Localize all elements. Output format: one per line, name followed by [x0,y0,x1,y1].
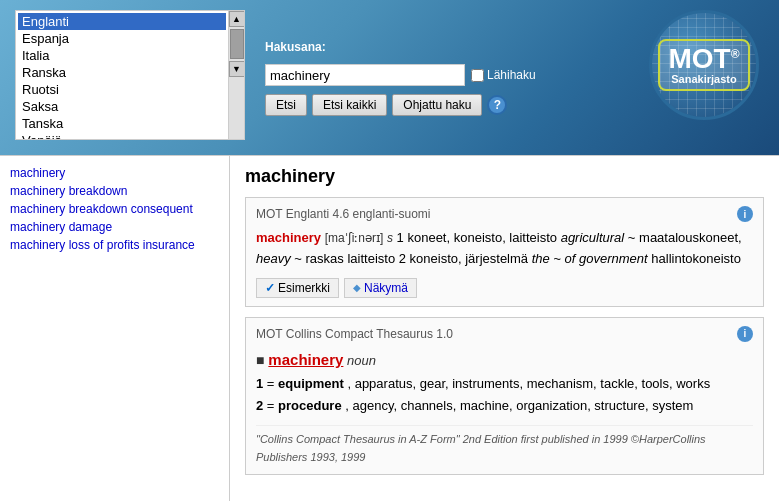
scroll-down-arrow[interactable]: ▼ [229,61,245,77]
mot-text-box: MOT® Sanakirjasto [658,39,749,91]
info-icon-1[interactable]: i [737,206,753,222]
header: EnglantiEspanjaItaliaRanskaRuotsiSaksaTa… [0,0,779,155]
language-item-englanti[interactable]: Englanti [18,13,226,30]
dict-section-thesaurus: MOT Collins Compact Thesaurus 1.0 i ■ ma… [245,317,764,476]
dict-section-englanti: MOT Englanti 4.6 englanti-suomi i machin… [245,197,764,307]
dict-content-1: machinery [maˈʃiːnərɪ] s 1 koneet, konei… [256,228,753,270]
scroll-thumb[interactable] [230,29,244,59]
language-item-ruotsi[interactable]: Ruotsi [18,81,226,98]
mot-globe: MOT® Sanakirjasto [649,10,759,120]
mot-logo: MOT® Sanakirjasto [649,10,769,130]
ohjattu-haku-button[interactable]: Ohjattu haku [392,94,482,116]
suggestion-link[interactable]: machinery loss of profits insurance [5,236,224,254]
diamond-icon: ◆ [353,282,361,293]
def-line-2: 2 = procedure , agency, channels, machin… [256,396,753,417]
search-row: Lähihaku [265,64,536,86]
info-icon-2[interactable]: i [737,326,753,342]
pronunciation-1: [maˈʃiːnərɪ] [325,231,384,245]
main-area: machinerymachinery breakdownmachinery br… [0,155,779,501]
language-item-venäjä[interactable]: Venäjä [18,132,226,139]
lahihaku-checkbox[interactable] [471,69,484,82]
language-item-tanska[interactable]: Tanska [18,115,226,132]
dict-content-2: ■ machinery noun 1 = equipment , apparat… [256,348,753,467]
language-scrollbar: ▲ ▼ [228,11,244,139]
help-icon[interactable]: ? [487,95,507,115]
suggestion-link[interactable]: machinery damage [5,218,224,236]
mot-subtitle: Sanakirjasto [668,73,739,85]
language-select-container: EnglantiEspanjaItaliaRanskaRuotsiSaksaTa… [15,10,245,140]
search-label: Hakusana: [265,40,536,54]
search-area: Hakusana: Lähihaku Etsi Etsi kaikki Ohja… [265,10,536,116]
scroll-up-arrow[interactable]: ▲ [229,11,245,27]
suggestion-link[interactable]: machinery breakdown consequent [5,200,224,218]
button-row: Etsi Etsi kaikki Ohjattu haku ? [265,94,536,116]
language-item-saksa[interactable]: Saksa [18,98,226,115]
lahihaku-label[interactable]: Lähihaku [471,68,536,82]
entry-title: machinery [245,166,764,187]
language-item-espanja[interactable]: Espanja [18,30,226,47]
checkmark-icon: ✓ [265,281,275,295]
dict-section-header-1: MOT Englanti 4.6 englanti-suomi i [256,206,753,222]
language-item-ranska[interactable]: Ranska [18,64,226,81]
dict-section-header-2: MOT Collins Compact Thesaurus 1.0 i [256,326,753,342]
suggestion-link[interactable]: machinery [5,164,224,182]
left-panel[interactable]: machinerymachinery breakdownmachinery br… [0,156,230,501]
source-note: "Collins Compact Thesaurus in A-Z Form" … [256,425,753,466]
etsi-button[interactable]: Etsi [265,94,307,116]
pos-2: noun [347,353,376,368]
search-input[interactable] [265,64,465,86]
btn-toolbar-1: ✓ Esimerkki ◆ Näkymä [256,278,753,298]
language-list[interactable]: EnglantiEspanjaItaliaRanskaRuotsiSaksaTa… [16,11,228,139]
esimerkki-button[interactable]: ✓ Esimerkki [256,278,339,298]
etsi-kaikki-button[interactable]: Etsi kaikki [312,94,387,116]
thesaurus-headword[interactable]: machinery [268,351,343,368]
suggestion-link[interactable]: machinery breakdown [5,182,224,200]
nakyma-button[interactable]: ◆ Näkymä [344,278,417,298]
def-line-1: 1 = equipment , apparatus, gear, instrum… [256,374,753,395]
right-panel[interactable]: machinery MOT Englanti 4.6 englanti-suom… [230,156,779,501]
language-item-italia[interactable]: Italia [18,47,226,64]
pos-1: s [387,231,393,245]
mot-title: MOT® [668,45,739,73]
headword-1: machinery [256,230,321,245]
